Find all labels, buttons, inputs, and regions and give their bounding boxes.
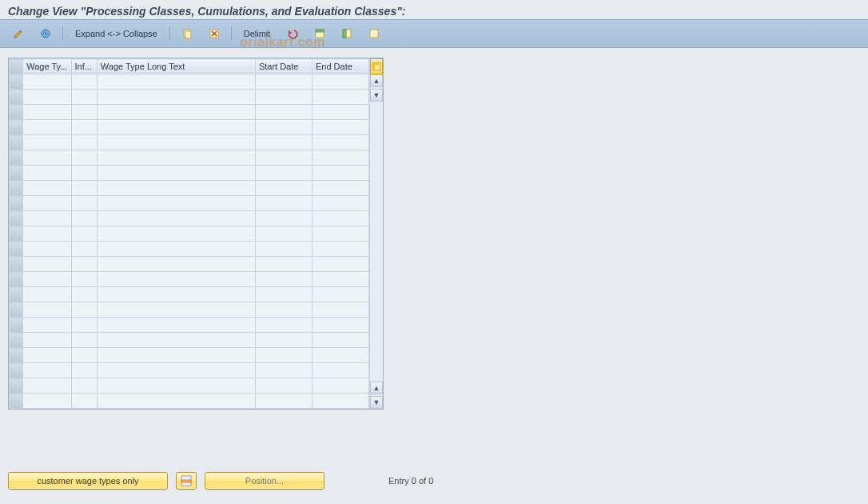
table-cell[interactable] bbox=[23, 150, 71, 166]
table-cell[interactable] bbox=[23, 166, 71, 181]
table-cell[interactable] bbox=[23, 120, 71, 135]
row-selector[interactable] bbox=[10, 378, 23, 394]
row-selector[interactable] bbox=[10, 181, 23, 196]
table-cell[interactable] bbox=[71, 90, 97, 105]
table-cell[interactable] bbox=[97, 166, 255, 181]
table-cell[interactable] bbox=[312, 135, 368, 150]
table-cell[interactable] bbox=[312, 318, 368, 333]
table-cell[interactable] bbox=[312, 226, 368, 242]
table-cell[interactable] bbox=[255, 363, 312, 378]
table-cell[interactable] bbox=[312, 181, 368, 196]
delimit-button[interactable]: Delimit bbox=[237, 25, 278, 42]
table-cell[interactable] bbox=[71, 272, 97, 287]
table-cell[interactable] bbox=[97, 211, 255, 226]
table-cell[interactable] bbox=[23, 105, 71, 120]
row-selector[interactable] bbox=[10, 242, 23, 257]
table-cell[interactable] bbox=[255, 257, 312, 272]
table-cell[interactable] bbox=[97, 120, 255, 135]
table-cell[interactable] bbox=[97, 196, 255, 211]
table-cell[interactable] bbox=[23, 318, 71, 333]
table-cell[interactable] bbox=[71, 363, 97, 378]
table-cell[interactable] bbox=[23, 302, 71, 318]
row-selector[interactable] bbox=[10, 166, 23, 181]
table-cell[interactable] bbox=[312, 363, 368, 378]
table-cell[interactable] bbox=[23, 272, 71, 287]
table-cell[interactable] bbox=[23, 287, 71, 302]
row-selector[interactable] bbox=[10, 150, 23, 166]
table-cell[interactable] bbox=[312, 120, 368, 135]
row-selector-header[interactable] bbox=[10, 59, 23, 74]
table-cell[interactable] bbox=[312, 302, 368, 318]
table-cell[interactable] bbox=[255, 90, 312, 105]
table-cell[interactable] bbox=[97, 333, 255, 348]
scroll-up-icon[interactable]: ▲ bbox=[370, 382, 383, 394]
expand-collapse-button[interactable]: Expand <-> Collapse bbox=[68, 25, 165, 42]
table-cell[interactable] bbox=[23, 378, 71, 394]
copy-icon[interactable] bbox=[175, 25, 199, 42]
table-cell[interactable] bbox=[97, 287, 255, 302]
row-selector[interactable] bbox=[10, 363, 23, 378]
table-cell[interactable] bbox=[97, 135, 255, 150]
column-header[interactable]: Start Date bbox=[255, 59, 312, 74]
undo-icon[interactable] bbox=[281, 25, 305, 42]
table-cell[interactable] bbox=[255, 348, 312, 363]
column-header[interactable]: Wage Type Long Text bbox=[97, 59, 255, 74]
select-block-icon[interactable] bbox=[335, 25, 359, 42]
row-selector[interactable] bbox=[10, 287, 23, 302]
table-cell[interactable] bbox=[97, 318, 255, 333]
table-cell[interactable] bbox=[23, 333, 71, 348]
table-cell[interactable] bbox=[312, 166, 368, 181]
select-all-icon[interactable] bbox=[308, 25, 332, 42]
table-cell[interactable] bbox=[97, 394, 255, 409]
table-cell[interactable] bbox=[312, 74, 368, 90]
table-cell[interactable] bbox=[255, 318, 312, 333]
column-header[interactable]: Inf... bbox=[71, 59, 97, 74]
table-cell[interactable] bbox=[312, 348, 368, 363]
position-icon-button[interactable] bbox=[176, 472, 197, 490]
table-cell[interactable] bbox=[255, 120, 312, 135]
table-cell[interactable] bbox=[312, 105, 368, 120]
table-cell[interactable] bbox=[97, 105, 255, 120]
table-cell[interactable] bbox=[23, 196, 71, 211]
table-cell[interactable] bbox=[71, 378, 97, 394]
table-cell[interactable] bbox=[312, 378, 368, 394]
delete-icon[interactable] bbox=[202, 25, 226, 42]
table-cell[interactable] bbox=[71, 150, 97, 166]
row-selector[interactable] bbox=[10, 394, 23, 409]
table-cell[interactable] bbox=[97, 226, 255, 242]
row-selector[interactable] bbox=[10, 120, 23, 135]
table-cell[interactable] bbox=[97, 90, 255, 105]
table-cell[interactable] bbox=[255, 181, 312, 196]
table-cell[interactable] bbox=[97, 363, 255, 378]
table-cell[interactable] bbox=[255, 378, 312, 394]
table-cell[interactable] bbox=[255, 302, 312, 318]
position-button[interactable]: Position... bbox=[205, 472, 325, 490]
table-cell[interactable] bbox=[71, 120, 97, 135]
table-cell[interactable] bbox=[97, 181, 255, 196]
table-cell[interactable] bbox=[71, 196, 97, 211]
table-cell[interactable] bbox=[312, 196, 368, 211]
table-cell[interactable] bbox=[23, 181, 71, 196]
table-cell[interactable] bbox=[97, 242, 255, 257]
table-cell[interactable] bbox=[71, 74, 97, 90]
row-selector[interactable] bbox=[10, 90, 23, 105]
row-selector[interactable] bbox=[10, 348, 23, 363]
table-cell[interactable] bbox=[97, 150, 255, 166]
row-selector[interactable] bbox=[10, 302, 23, 318]
table-cell[interactable] bbox=[312, 287, 368, 302]
deselect-all-icon[interactable] bbox=[362, 25, 386, 42]
scroll-down-icon[interactable]: ▼ bbox=[370, 396, 383, 409]
column-header[interactable]: Wage Ty... bbox=[23, 59, 71, 74]
row-selector[interactable] bbox=[10, 272, 23, 287]
table-cell[interactable] bbox=[71, 348, 97, 363]
table-cell[interactable] bbox=[312, 211, 368, 226]
row-selector[interactable] bbox=[10, 105, 23, 120]
table-cell[interactable] bbox=[255, 74, 312, 90]
table-cell[interactable] bbox=[255, 196, 312, 211]
change-mode-icon[interactable] bbox=[6, 25, 30, 42]
table-cell[interactable] bbox=[71, 181, 97, 196]
table-cell[interactable] bbox=[255, 287, 312, 302]
row-selector[interactable] bbox=[10, 257, 23, 272]
table-cell[interactable] bbox=[71, 394, 97, 409]
row-selector[interactable] bbox=[10, 135, 23, 150]
